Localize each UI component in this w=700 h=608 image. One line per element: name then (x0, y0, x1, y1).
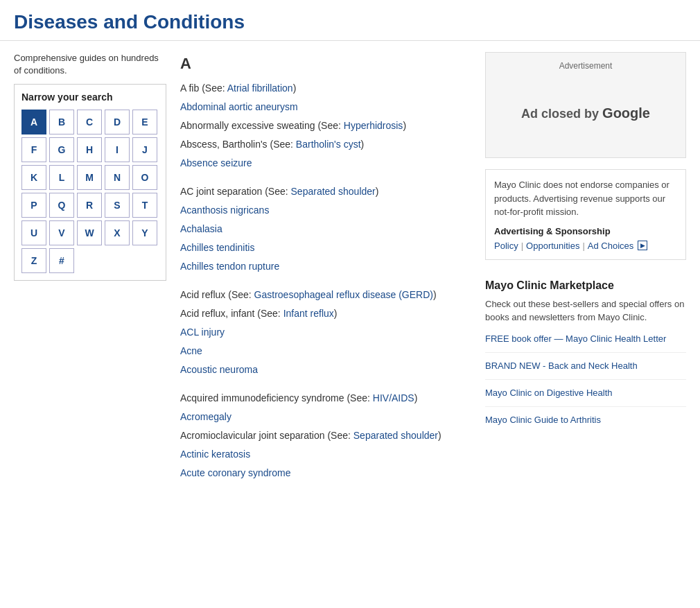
condition-link[interactable]: Acromegaly (180, 410, 471, 424)
ad-closed-brand: Google (602, 105, 650, 121)
condition-item: Abscess, Bartholin's (See: Bartholin's c… (180, 137, 471, 152)
condition-link[interactable]: Acanthosis nigricans (180, 203, 471, 218)
alpha-grid: ABCDEFGHIJKLMNOPQRSTUVWXYZ# (21, 110, 159, 273)
condition-see-link[interactable]: Separated shoulder (291, 186, 376, 197)
ad-box: Advertisement Ad closed by Google (485, 52, 686, 158)
condition-see-link[interactable]: Hyperhidrosis (344, 120, 403, 131)
page-title: Diseases and Conditions (14, 11, 686, 33)
narrow-search-title: Narrow your search (21, 92, 159, 103)
marketplace-link[interactable]: Mayo Clinic on Digestive Health (485, 387, 686, 407)
condition-link[interactable]: Absence seizure (180, 156, 471, 171)
condition-item: A fib (See: Atrial fibrillation) (180, 81, 471, 96)
condition-group-2: Acid reflux (See: Gastroesophageal reflu… (180, 288, 471, 377)
alpha-cell-f[interactable]: F (21, 137, 46, 162)
alpha-cell-l[interactable]: L (49, 165, 74, 190)
ad-closed-text: Ad closed by Google (494, 78, 677, 149)
ad-closed-prefix: Ad closed by (521, 107, 599, 121)
condition-item: Acromioclavicular joint separation (See:… (180, 428, 471, 443)
condition-link[interactable]: Achilles tendon rupture (180, 259, 471, 274)
alpha-cell-t[interactable]: T (132, 193, 157, 218)
page-header: Diseases and Conditions (0, 0, 700, 41)
marketplace-box: Mayo Clinic Marketplace Check out these … (485, 271, 686, 449)
alpha-cell-w[interactable]: W (77, 220, 102, 245)
policy-link[interactable]: Policy (494, 241, 518, 251)
condition-link[interactable]: Acne (180, 344, 471, 358)
sep1: | (521, 241, 523, 251)
alpha-cell-x[interactable]: X (105, 220, 130, 245)
sidebar: Comprehensive guides on hundreds of cond… (14, 52, 166, 494)
condition-item: Acid reflux (See: Gastroesophageal reflu… (180, 288, 471, 302)
condition-see-link[interactable]: Bartholin's cyst (296, 139, 361, 150)
condition-link[interactable]: ACL injury (180, 325, 471, 340)
marketplace-links: FREE book offer — Mayo Clinic Health Let… (485, 333, 686, 434)
marketplace-title: Mayo Clinic Marketplace (485, 279, 686, 292)
right-sidebar: Advertisement Ad closed by Google Mayo C… (485, 52, 686, 494)
alpha-cell-k[interactable]: K (21, 165, 46, 190)
marketplace-link[interactable]: FREE book offer — Mayo Clinic Health Let… (485, 333, 686, 353)
alpha-cell-p[interactable]: P (21, 193, 46, 218)
sidebar-description: Comprehensive guides on hundreds of cond… (14, 52, 166, 77)
alpha-cell-u[interactable]: U (21, 220, 46, 245)
condition-link[interactable]: Actinic keratosis (180, 447, 471, 462)
alpha-cell-q[interactable]: Q (49, 193, 74, 218)
condition-link[interactable]: Abdominal aortic aneurysm (180, 100, 471, 114)
ad-info-text: Mayo Clinic does not endorse companies o… (494, 178, 677, 219)
narrow-search-box: Narrow your search ABCDEFGHIJKLMNOPQRSTU… (14, 84, 166, 281)
alpha-cell-a[interactable]: A (21, 110, 46, 134)
alpha-cell-o[interactable]: O (132, 165, 157, 190)
ad-choices-icon: ▶ (638, 241, 647, 250)
condition-group-1: AC joint separation (See: Separated shou… (180, 184, 471, 274)
alpha-cell-b[interactable]: B (49, 110, 74, 134)
condition-item: Acquired immunodeficiency syndrome (See:… (180, 391, 471, 406)
marketplace-link[interactable]: Mayo Clinic Guide to Arthritis (485, 414, 686, 433)
condition-item: Abnormally excessive sweating (See: Hype… (180, 119, 471, 133)
ad-label: Advertisement (494, 61, 677, 71)
main-layout: Comprehensive guides on hundreds of cond… (0, 41, 700, 505)
condition-link[interactable]: Acute coronary syndrome (180, 466, 471, 480)
alpha-cell-v[interactable]: V (49, 220, 74, 245)
marketplace-description: Check out these best-sellers and special… (485, 297, 686, 324)
alpha-cell-s[interactable]: S (105, 193, 130, 218)
condition-group-3: Acquired immunodeficiency syndrome (See:… (180, 391, 471, 480)
alpha-cell-d[interactable]: D (105, 110, 130, 134)
marketplace-link[interactable]: BRAND NEW - Back and Neck Health (485, 360, 686, 380)
ad-info-box: Mayo Clinic does not endorse companies o… (485, 169, 686, 260)
condition-see-link[interactable]: Infant reflux (283, 308, 334, 319)
alpha-cell-n[interactable]: N (105, 165, 130, 190)
alpha-cell-h[interactable]: H (77, 137, 102, 162)
ad-links: Policy | Opportunities | Ad Choices ▶ (494, 241, 677, 251)
condition-groups: A fib (See: Atrial fibrillation)Abdomina… (180, 81, 471, 480)
ad-choices-link[interactable]: Ad Choices (588, 241, 633, 251)
condition-link[interactable]: Achilles tendinitis (180, 241, 471, 255)
section-letter: A (180, 55, 471, 73)
condition-group-0: A fib (See: Atrial fibrillation)Abdomina… (180, 81, 471, 171)
alpha-cell-m[interactable]: M (77, 165, 102, 190)
condition-see-link[interactable]: Atrial fibrillation (227, 82, 293, 94)
opportunities-link[interactable]: Opportunities (526, 241, 579, 251)
alpha-cell-r[interactable]: R (77, 193, 102, 218)
alpha-cell-z[interactable]: Z (21, 248, 46, 273)
alpha-cell-g[interactable]: G (49, 137, 74, 162)
main-content: A A fib (See: Atrial fibrillation)Abdomi… (180, 52, 471, 494)
condition-link[interactable]: Achalasia (180, 222, 471, 236)
sep2: | (582, 241, 584, 251)
alpha-cell-i[interactable]: I (105, 137, 130, 162)
alpha-cell-c[interactable]: C (77, 110, 102, 134)
condition-item: AC joint separation (See: Separated shou… (180, 184, 471, 199)
condition-link[interactable]: Acoustic neuroma (180, 363, 471, 377)
condition-see-link[interactable]: HIV/AIDS (373, 392, 414, 403)
condition-item: Acid reflux, infant (See: Infant reflux) (180, 306, 471, 321)
alpha-cell-y[interactable]: Y (132, 220, 157, 245)
condition-see-link[interactable]: Separated shoulder (353, 430, 438, 441)
alpha-cell-j[interactable]: J (132, 137, 157, 162)
alpha-cell-e[interactable]: E (132, 110, 157, 134)
condition-see-link[interactable]: Gastroesophageal reflux disease (GERD) (254, 289, 433, 300)
ad-sponsorship-title: Advertising & Sponsorship (494, 226, 677, 236)
alpha-cell-#[interactable]: # (49, 248, 74, 273)
